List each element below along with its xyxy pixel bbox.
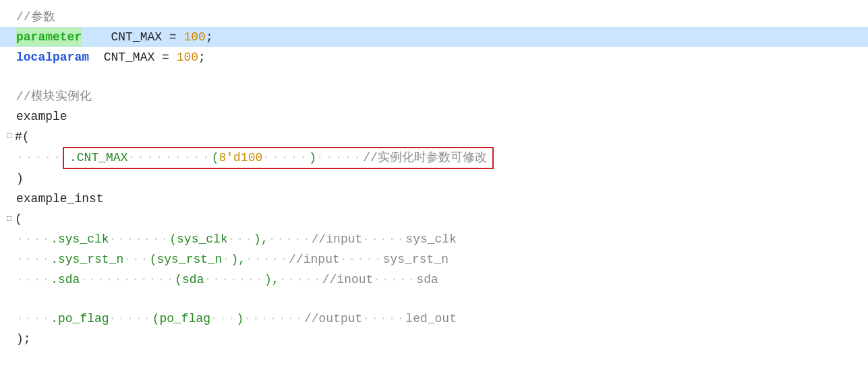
comment-params: //参数: [16, 7, 55, 27]
fold-indicator-1: □: [7, 130, 15, 143]
signal-sda: sda: [416, 270, 438, 290]
comment-param-modifiable: //实例化时参数可修改: [363, 148, 487, 168]
comment-sda: //inout: [322, 270, 374, 290]
line-sys-clk: ···· .sys_clk ······· (sys_clk ··· ), ··…: [0, 230, 868, 250]
line-parameter: parameter CNT_MAX = 100 ;: [0, 27, 868, 47]
parameter-box: .CNT_MAX ········· (8'd100·····) ····· /…: [63, 147, 494, 169]
line-hash-paren: □ #(: [0, 127, 868, 147]
line-close-paren1: ): [0, 169, 868, 189]
comment-sys-rst-n: //input: [289, 250, 340, 270]
line-boxed-cnt-max: ····· .CNT_MAX ········· (8'd100·····) ·…: [0, 147, 868, 169]
code-editor: //参数 parameter CNT_MAX = 100 ; localpara…: [0, 0, 868, 380]
signal-led-out: led_out: [405, 309, 457, 329]
comment-po-flag: //output: [304, 309, 362, 329]
fold-indicator-2: □: [7, 213, 15, 226]
line-sda: ···· .sda ··········· (sda ······· ), ··…: [0, 270, 868, 290]
port-sys-rst-n: .sys_rst_n: [51, 250, 123, 270]
line-comment-module: //模块实例化: [0, 86, 868, 106]
line-po-flag: ···· .po_flag ····· (po_flag ··· ) ·····…: [0, 309, 868, 329]
example-inst-name: example_inst: [16, 189, 104, 209]
line-example: example: [0, 106, 868, 127]
line-open-paren2: □ (: [0, 210, 868, 230]
comment-module: //模块实例化: [16, 87, 92, 106]
signal-sys-rst-n: sys_rst_n: [383, 250, 449, 270]
line-sys-rst-n: ···· .sys_rst_n ··· (sys_rst_n · ), ····…: [0, 250, 868, 270]
port-sda: .sda: [51, 270, 80, 290]
port-po-flag: .po_flag: [51, 309, 109, 329]
signal-sys-clk: sys_clk: [405, 230, 457, 249]
port-sys-clk: .sys_clk: [51, 230, 109, 249]
comment-sys-clk: //input: [312, 230, 363, 249]
number-100-param: 100: [183, 28, 205, 47]
line-example-inst: example_inst: [0, 189, 868, 210]
keyword-localparam: localparam: [16, 48, 89, 67]
line-close-semicolon: );: [0, 329, 868, 350]
empty-line-2: [0, 290, 868, 309]
keyword-parameter: parameter: [16, 28, 82, 47]
empty-line-1: [0, 67, 868, 86]
line-comment-params: //参数: [0, 7, 868, 27]
param-value: 8'd100: [219, 148, 262, 168]
line-localparam: localparam CNT_MAX = 100 ;: [0, 47, 868, 67]
cnt-max-port: .CNT_MAX: [69, 148, 127, 168]
example-name: example: [16, 107, 67, 127]
number-100-localparam: 100: [177, 48, 198, 67]
